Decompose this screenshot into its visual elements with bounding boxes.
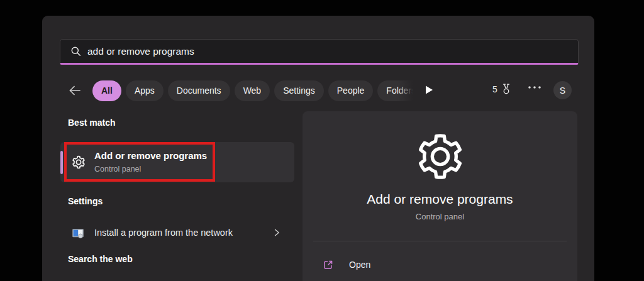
arrow-left-icon <box>67 83 82 98</box>
user-avatar[interactable]: S <box>553 81 572 99</box>
search-box[interactable] <box>60 39 579 65</box>
selection-accent-bar <box>60 151 63 174</box>
install-program-label: Install a program from the network <box>94 228 233 238</box>
tab-documents[interactable]: Documents <box>168 80 230 101</box>
preview-title: Add or remove programs <box>303 192 577 207</box>
install-program-icon <box>72 227 84 240</box>
search-icon <box>70 46 81 57</box>
tab-web[interactable]: Web <box>235 80 270 101</box>
gear-icon <box>72 155 86 169</box>
gear-icon-large <box>303 132 577 181</box>
more-options-button[interactable] <box>528 85 541 89</box>
rewards-button[interactable]: 5 <box>492 82 513 96</box>
open-label: Open <box>349 260 370 270</box>
tab-folders[interactable]: Folders <box>377 80 415 101</box>
tab-apps[interactable]: Apps <box>126 80 164 101</box>
settings-header: Settings <box>68 196 103 206</box>
tab-all[interactable]: All <box>92 80 121 101</box>
back-button[interactable] <box>67 82 83 99</box>
preview-subtitle: Control panel <box>303 212 577 221</box>
search-input[interactable] <box>87 46 578 57</box>
tab-people[interactable]: People <box>328 80 374 101</box>
filter-tabs-strip: AllAppsDocumentsWebSettingsPeopleFolders <box>92 79 415 102</box>
open-action[interactable]: Open <box>313 252 567 277</box>
best-match-result[interactable]: Add or remove programs Control panel <box>60 142 294 182</box>
filter-row: AllAppsDocumentsWebSettingsPeopleFolders… <box>42 79 594 102</box>
divider <box>313 241 567 241</box>
settings-result-install-program[interactable]: Install a program from the network <box>60 220 294 246</box>
preview-card: Add or remove programs Control panel Ope… <box>303 111 577 281</box>
external-link-icon <box>322 259 334 271</box>
avatar-initial: S <box>560 85 565 96</box>
rewards-medal-icon <box>500 82 513 96</box>
rewards-points: 5 <box>492 84 497 94</box>
play-right-icon <box>425 85 433 95</box>
scroll-tabs-right-button[interactable] <box>425 85 433 95</box>
ellipsis-icon <box>528 85 541 89</box>
result-subtitle: Control panel <box>94 165 207 174</box>
best-match-header: Best match <box>68 118 115 128</box>
search-flyout-panel: AllAppsDocumentsWebSettingsPeopleFolders… <box>42 16 594 281</box>
result-title: Add or remove programs <box>94 150 207 161</box>
search-the-web-header: Search the web <box>68 254 133 264</box>
tab-settings[interactable]: Settings <box>274 80 324 101</box>
chevron-right-icon <box>272 228 282 238</box>
